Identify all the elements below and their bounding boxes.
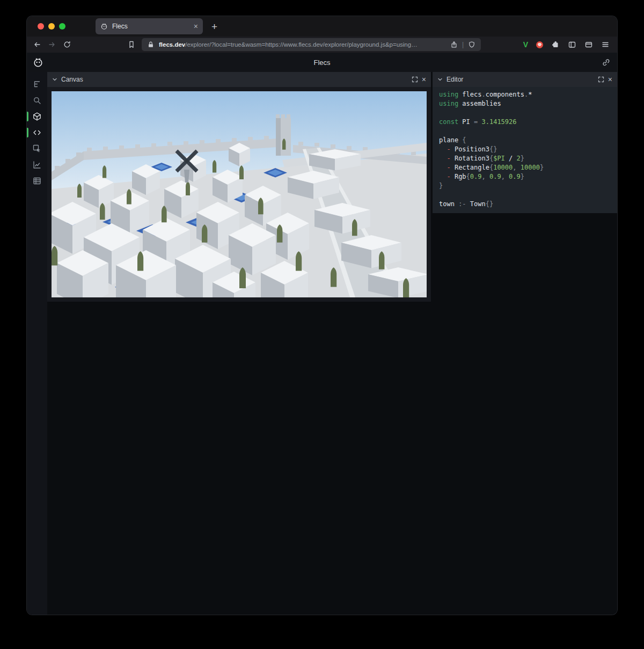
flecs-favicon [100,23,108,30]
sidebar-item-tree[interactable] [27,76,47,92]
left-sidebar [27,72,47,615]
app-header: Flecs [27,53,617,72]
flecs-logo-icon [33,57,43,68]
close-icon[interactable]: × [608,76,612,83]
canvas-panel-title: Canvas [61,76,83,83]
url-path: /explorer/?local=true&wasm=https://www.f… [185,41,417,48]
zoom-window-button[interactable] [59,23,65,30]
wallet-card-icon[interactable] [584,40,593,49]
navigation-bar: flecs.dev/explorer/?local=true&wasm=http… [27,37,617,53]
shield-icon[interactable] [468,41,475,48]
chevron-down-icon[interactable] [52,77,57,82]
canvas-panel-header[interactable]: Canvas × [47,72,431,87]
back-icon[interactable] [32,40,42,49]
chevron-down-icon[interactable] [437,77,443,82]
editor-panel-title: Editor [447,76,463,83]
canvas-panel: Canvas × [47,72,431,302]
sidebar-toggle-icon[interactable] [568,40,576,49]
browser-window: Flecs × + flecs.dev/explorer/?local=true… [27,16,617,615]
share-icon[interactable] [450,41,458,48]
forward-icon[interactable] [47,40,57,49]
recorder-extension-icon[interactable] [536,41,543,48]
fullscreen-icon[interactable] [412,76,418,83]
window-controls [27,23,74,30]
vimium-extension-icon[interactable]: V [523,40,528,49]
sidebar-item-search[interactable] [27,92,47,108]
menu-hamburger-icon[interactable] [601,40,610,49]
tab-close-icon[interactable]: × [194,23,198,30]
new-tab-button[interactable]: + [211,21,217,32]
close-icon[interactable]: × [422,76,426,83]
sidebar-item-stats[interactable] [27,157,47,173]
sidebar-item-entities[interactable] [27,108,47,125]
canvas-3d-scene[interactable] [52,91,427,297]
lock-icon[interactable] [147,41,155,48]
sidebar-active-indicator [27,128,28,137]
tab-bar: Flecs × + [27,16,617,37]
address-bar[interactable]: flecs.dev/explorer/?local=true&wasm=http… [142,38,481,51]
minimize-window-button[interactable] [48,23,55,30]
editor-code[interactable]: using flecs.components.*using assemblies… [433,87,617,209]
url-domain: flecs.dev [159,41,185,48]
page-title: Flecs [27,59,617,67]
browser-tab[interactable]: Flecs × [96,18,203,34]
sidebar-item-queries[interactable] [27,173,47,189]
sidebar-item-inspect[interactable] [27,141,47,157]
editor-panel-header[interactable]: Editor × [433,72,617,87]
permalink-icon[interactable] [602,58,610,67]
explorer-content: Canvas × [27,72,617,615]
bookmark-icon[interactable] [127,40,136,49]
extensions-puzzle-icon[interactable] [551,40,560,49]
divider: | [462,41,464,48]
canvas-body [47,87,431,302]
close-window-button[interactable] [38,23,44,30]
fullscreen-icon[interactable] [598,76,604,83]
url-text: flecs.dev/explorer/?local=true&wasm=http… [159,41,418,48]
reload-icon[interactable] [62,40,72,49]
sidebar-active-indicator [27,112,28,121]
toolbar-extensions: V [523,40,612,49]
tab-title: Flecs [112,23,189,30]
editor-panel: Editor × using flecs.components.*using a… [433,72,617,213]
sidebar-item-code[interactable] [27,125,47,141]
